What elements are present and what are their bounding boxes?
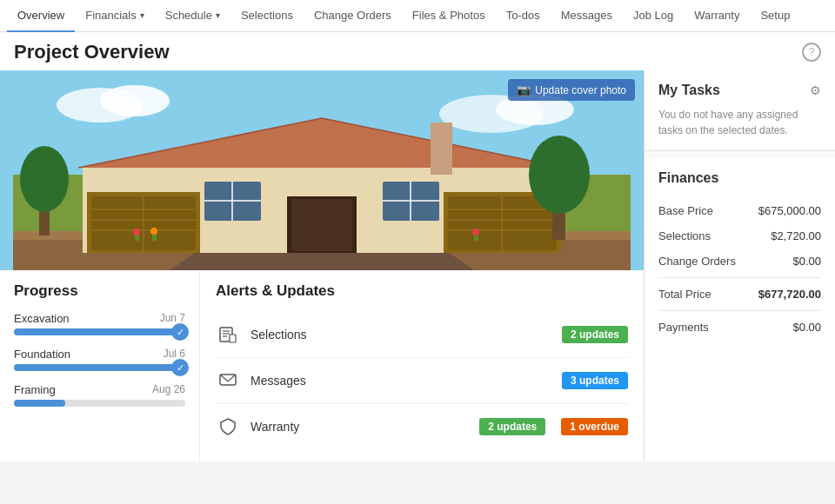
navigation: Overview Financials ▾ Schedule ▾ Selecti… bbox=[0, 0, 835, 32]
progress-label-framing: Framing bbox=[14, 383, 56, 396]
svg-point-41 bbox=[150, 228, 157, 235]
tasks-header: My Tasks ⚙ bbox=[658, 83, 821, 98]
progress-check-excavation: ✓ bbox=[171, 323, 189, 341]
alert-item-selections[interactable]: Selections 2 updates bbox=[216, 312, 628, 358]
tasks-title: My Tasks bbox=[658, 83, 720, 98]
badge-warranty-updates: 2 updates bbox=[479, 418, 545, 435]
finances-section: Finances Base Price $675,000.00 Selectio… bbox=[645, 158, 835, 461]
svg-point-39 bbox=[133, 229, 140, 235]
svg-point-35 bbox=[529, 136, 590, 214]
page-title: Project Overview bbox=[14, 41, 170, 63]
tasks-empty-message: You do not have any assigned tasks on th… bbox=[658, 107, 821, 138]
svg-rect-33 bbox=[431, 123, 452, 175]
main-content: 📷 Update cover photo Progress Excavation… bbox=[0, 70, 835, 461]
help-button[interactable]: ? bbox=[802, 43, 821, 62]
chevron-down-icon: ▾ bbox=[216, 10, 220, 20]
alerts-panel: Alerts & Updates Selections 2 updates Me… bbox=[200, 270, 644, 461]
tasks-settings-button[interactable]: ⚙ bbox=[810, 83, 821, 97]
nav-warranty[interactable]: Warranty bbox=[684, 0, 750, 32]
right-panel: My Tasks ⚙ You do not have any assigned … bbox=[644, 70, 835, 461]
nav-schedule[interactable]: Schedule ▾ bbox=[155, 0, 230, 32]
finance-row-payments: Payments $0.00 bbox=[658, 315, 821, 340]
progress-date-framing: Aug 26 bbox=[152, 383, 185, 396]
hero-image: 📷 Update cover photo bbox=[0, 70, 644, 270]
finance-value-change-orders: $0.00 bbox=[792, 255, 821, 268]
update-cover-button[interactable]: 📷 Update cover photo bbox=[508, 79, 635, 101]
alert-name-selections: Selections bbox=[250, 328, 546, 342]
finance-value-payments: $0.00 bbox=[792, 321, 821, 334]
nav-setup[interactable]: Setup bbox=[750, 0, 800, 32]
progress-bar-excavation: ✓ bbox=[14, 328, 185, 335]
finance-divider-2 bbox=[658, 310, 821, 311]
nav-files-photos[interactable]: Files & Photos bbox=[402, 0, 496, 32]
alert-item-warranty[interactable]: Warranty 2 updates 1 overdue bbox=[216, 404, 628, 449]
finance-label-base-price: Base Price bbox=[658, 204, 713, 217]
finance-row-base-price: Base Price $675,000.00 bbox=[658, 198, 821, 223]
nav-change-orders[interactable]: Change Orders bbox=[304, 0, 402, 32]
finance-value-total: $677,720.00 bbox=[758, 288, 821, 301]
alert-item-messages[interactable]: Messages 3 updates bbox=[216, 358, 628, 404]
alert-name-messages: Messages bbox=[250, 374, 546, 388]
svg-point-37 bbox=[20, 146, 69, 212]
finances-title: Finances bbox=[658, 170, 821, 186]
badge-messages-updates: 3 updates bbox=[562, 372, 628, 389]
progress-bar-foundation: ✓ bbox=[14, 364, 185, 371]
finance-row-selections: Selections $2,720.00 bbox=[658, 223, 821, 249]
nav-messages[interactable]: Messages bbox=[551, 0, 623, 32]
progress-check-foundation: ✓ bbox=[171, 359, 189, 376]
nav-financials[interactable]: Financials ▾ bbox=[75, 0, 155, 32]
nav-overview[interactable]: Overview bbox=[7, 0, 75, 32]
tasks-section: My Tasks ⚙ You do not have any assigned … bbox=[645, 70, 835, 151]
selections-icon bbox=[216, 322, 240, 347]
finance-divider bbox=[658, 277, 821, 278]
camera-icon: 📷 bbox=[517, 83, 531, 96]
progress-label-excavation: Excavation bbox=[14, 312, 70, 325]
bottom-row: Progress Excavation Jun 7 ✓ Foundation J… bbox=[0, 270, 644, 461]
alert-name-warranty: Warranty bbox=[250, 420, 464, 434]
finance-row-total: Total Price $677,720.00 bbox=[658, 282, 821, 307]
messages-icon bbox=[216, 368, 240, 393]
finance-label-selections: Selections bbox=[658, 229, 711, 242]
finance-label-total: Total Price bbox=[658, 288, 711, 301]
progress-bar-framing bbox=[14, 400, 185, 407]
progress-item-framing: Framing Aug 26 bbox=[14, 383, 185, 407]
warranty-icon bbox=[216, 414, 240, 439]
finance-value-base-price: $675,000.00 bbox=[758, 204, 821, 217]
svg-rect-48 bbox=[230, 335, 236, 342]
nav-job-log[interactable]: Job Log bbox=[623, 0, 684, 32]
progress-title: Progress bbox=[14, 282, 185, 300]
finance-row-change-orders: Change Orders $0.00 bbox=[658, 249, 821, 274]
svg-point-2 bbox=[100, 85, 170, 116]
progress-item-excavation: Excavation Jun 7 ✓ bbox=[14, 312, 185, 335]
nav-todos[interactable]: To-dos bbox=[496, 0, 551, 32]
badge-selections-updates: 2 updates bbox=[562, 326, 628, 343]
progress-item-foundation: Foundation Jul 6 ✓ bbox=[14, 348, 185, 371]
nav-selections[interactable]: Selections bbox=[230, 0, 304, 32]
chevron-down-icon: ▾ bbox=[140, 10, 144, 20]
badge-warranty-overdue: 1 overdue bbox=[561, 418, 628, 435]
finance-value-selections: $2,720.00 bbox=[771, 229, 821, 242]
finance-label-change-orders: Change Orders bbox=[658, 255, 736, 268]
page-header: Project Overview ? bbox=[0, 32, 835, 70]
progress-panel: Progress Excavation Jun 7 ✓ Foundation J… bbox=[0, 270, 200, 461]
alerts-title: Alerts & Updates bbox=[216, 282, 628, 300]
svg-point-43 bbox=[472, 229, 479, 235]
finance-label-payments: Payments bbox=[658, 321, 709, 334]
left-panel: 📷 Update cover photo Progress Excavation… bbox=[0, 70, 644, 461]
progress-label-foundation: Foundation bbox=[14, 348, 70, 361]
svg-rect-26 bbox=[291, 199, 352, 251]
